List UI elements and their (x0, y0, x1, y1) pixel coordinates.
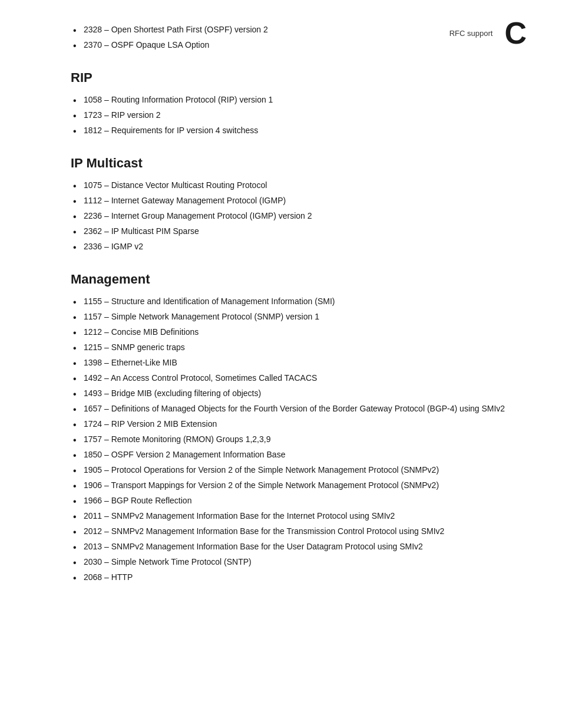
list-item: 2068 – HTTP (71, 571, 515, 584)
section-title-ip-multicast: IP Multicast (71, 156, 515, 171)
list-item: 1723 – RIP version 2 (71, 109, 515, 121)
list-item: 1155 – Structure and Identification of M… (71, 295, 515, 308)
list-item: 1112 – Internet Gateway Management Proto… (71, 195, 515, 207)
section-list-rip: 1058 – Routing Information Protocol (RIP… (71, 94, 515, 137)
list-item: 2328 – Open Shortest Path First (OSPF) v… (71, 24, 515, 36)
section-list-ip-multicast: 1075 – Distance Vector Multicast Routing… (71, 179, 515, 253)
section-management: Management1155 – Structure and Identific… (71, 272, 515, 584)
list-item: 1724 – RIP Version 2 MIB Extension (71, 418, 515, 430)
list-item: 1492 – An Access Control Protocol, Somet… (71, 372, 515, 384)
section-rip: RIP1058 – Routing Information Protocol (… (71, 70, 515, 137)
page: RFC support C 2328 – Open Shortest Path … (0, 0, 562, 728)
section-title-management: Management (71, 272, 515, 287)
section-ip-multicast: IP Multicast1075 – Distance Vector Multi… (71, 156, 515, 253)
list-item: 1212 – Concise MIB Definitions (71, 326, 515, 338)
list-item: 2013 – SNMPv2 Management Information Bas… (71, 541, 515, 553)
list-item: 2370 – OSPF Opaque LSA Option (71, 39, 515, 51)
list-item: 1966 – BGP Route Reflection (71, 495, 515, 507)
list-item: 2336 – IGMP v2 (71, 241, 515, 253)
list-item: 1058 – Routing Information Protocol (RIP… (71, 94, 515, 106)
section-title-rip: RIP (71, 70, 515, 85)
list-item: 1493 – Bridge MIB (excluding filtering o… (71, 387, 515, 400)
list-item: 1812 – Requirements for IP version 4 swi… (71, 124, 515, 137)
list-item: 2362 – IP Multicast PIM Sparse (71, 225, 515, 238)
list-item: 1157 – Simple Network Management Protoco… (71, 311, 515, 323)
list-item: 1906 – Transport Mappings for Version 2 … (71, 479, 515, 492)
list-item: 1657 – Definitions of Managed Objects fo… (71, 403, 515, 415)
list-item: 2012 – SNMPv2 Management Information Bas… (71, 525, 515, 538)
list-item: 1757 – Remote Monitoring (RMON) Groups 1… (71, 433, 515, 446)
list-item: 1398 – Ethernet-Like MIB (71, 357, 515, 369)
list-item: 1215 – SNMP generic traps (71, 341, 515, 354)
list-item: 1075 – Distance Vector Multicast Routing… (71, 179, 515, 192)
list-item: 2011 – SNMPv2 Management Information Bas… (71, 510, 515, 522)
list-item: 2030 – Simple Network Time Protocol (SNT… (71, 556, 515, 568)
list-item: 1905 – Protocol Operations for Version 2… (71, 464, 515, 476)
intro-bullets: 2328 – Open Shortest Path First (OSPF) v… (71, 24, 515, 51)
section-list-management: 1155 – Structure and Identification of M… (71, 295, 515, 584)
list-item: 1850 – OSPF Version 2 Management Informa… (71, 449, 515, 461)
list-item: 2236 – Internet Group Management Protoco… (71, 210, 515, 222)
